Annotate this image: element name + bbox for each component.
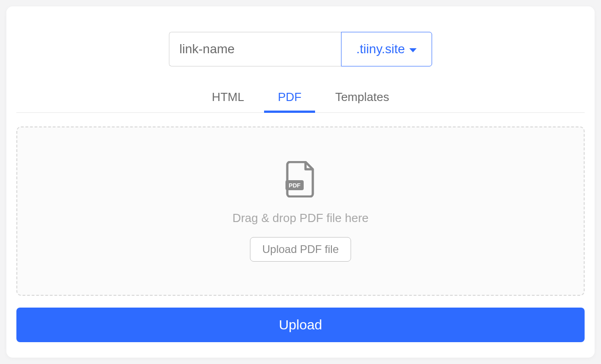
svg-text:PDF: PDF bbox=[289, 182, 300, 189]
upload-file-button[interactable]: Upload PDF file bbox=[250, 237, 351, 262]
dropzone[interactable]: PDF Drag & drop PDF file here Upload PDF… bbox=[16, 126, 585, 296]
caret-down-icon bbox=[409, 48, 417, 52]
link-name-input[interactable] bbox=[169, 32, 341, 66]
tab-html[interactable]: HTML bbox=[211, 86, 245, 112]
tab-templates[interactable]: Templates bbox=[334, 86, 390, 112]
submit-upload-button[interactable]: Upload bbox=[16, 308, 585, 342]
domain-label: .tiiny.site bbox=[357, 42, 405, 56]
pdf-file-icon: PDF bbox=[285, 161, 316, 199]
tab-pdf[interactable]: PDF bbox=[277, 86, 302, 112]
domain-dropdown[interactable]: .tiiny.site bbox=[341, 32, 432, 66]
upload-card: .tiiny.site HTML PDF Templates PDF Drag … bbox=[6, 6, 595, 358]
dropzone-text: Drag & drop PDF file here bbox=[232, 211, 368, 225]
tabs: HTML PDF Templates bbox=[16, 86, 585, 113]
url-row: .tiiny.site bbox=[6, 32, 595, 66]
